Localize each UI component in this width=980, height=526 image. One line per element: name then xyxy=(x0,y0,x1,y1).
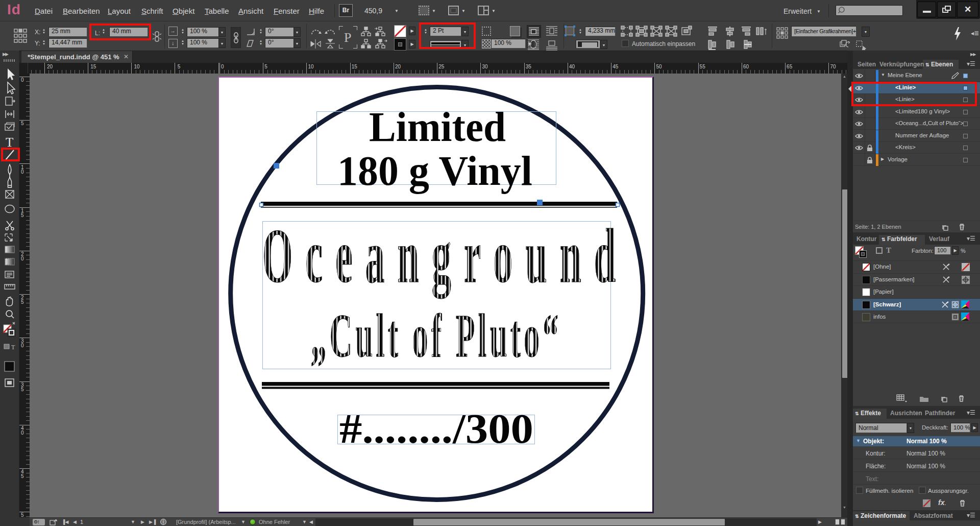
svg-text:„Cult of Pluto“: „Cult of Pluto“ xyxy=(311,301,561,370)
svg-text:T: T xyxy=(11,344,15,351)
svg-text:T: T xyxy=(6,135,13,149)
svg-text:#......../300: #......../300 xyxy=(339,405,533,452)
svg-text:Oceanground: Oceanground xyxy=(262,213,628,298)
svg-text:180 g Vinyl: 180 g Vinyl xyxy=(337,148,532,194)
svg-text:Limited: Limited xyxy=(369,104,506,150)
